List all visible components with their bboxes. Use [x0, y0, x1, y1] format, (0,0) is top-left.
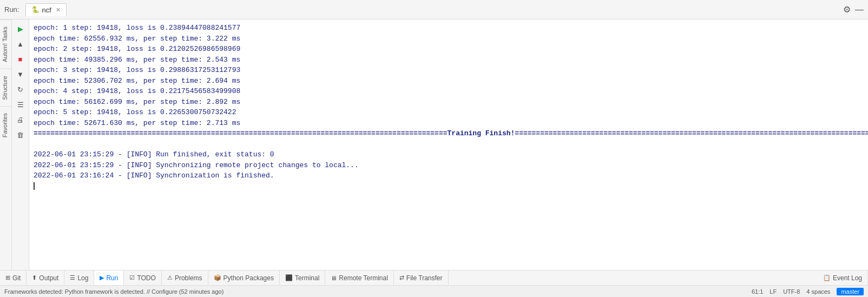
- problems-icon: ⚠: [167, 274, 173, 281]
- tab-name: ncf: [42, 6, 51, 14]
- status-left: Frameworks detected: Python framework is…: [4, 288, 752, 295]
- console-separator: ========================================…: [34, 128, 864, 139]
- tab-log[interactable]: ☰ Log: [64, 270, 94, 285]
- console-cursor-line: [34, 181, 864, 192]
- tab-file-transfer-label: File Transfer: [406, 274, 443, 282]
- sidebar-item-structure[interactable]: Structure: [0, 69, 11, 107]
- status-bar: Frameworks detected: Python framework is…: [0, 285, 868, 297]
- tab-python-packages-label: Python Packages: [223, 274, 274, 282]
- left-panel-labels: Autom! Tasks Structure Favorites: [0, 19, 12, 270]
- run-tab[interactable]: 🐍 ncf ✕: [25, 3, 66, 16]
- top-bar-right: ⚙ —: [843, 4, 864, 15]
- cursor: [34, 182, 35, 190]
- tab-terminal-label: Terminal: [295, 274, 319, 282]
- play-button[interactable]: ▶: [15, 23, 27, 35]
- scroll-down-button[interactable]: ▼: [15, 68, 27, 80]
- console-line: epoch: 5 step: 19418, loss is 0.22653007…: [34, 107, 864, 118]
- console-line: epoch time: 56162.699 ms, per step time:…: [34, 97, 864, 108]
- terminal-icon: ⬛: [285, 274, 293, 281]
- tab-todo[interactable]: ☑ TODO: [124, 270, 161, 285]
- top-bar: Run: 🐍 ncf ✕ ⚙ —: [0, 0, 868, 19]
- bottom-bar: ⊞ Git ⬆ Output ☰ Log ▶ Run ☑ TODO ⚠ Prob…: [0, 270, 868, 285]
- tab-output[interactable]: ⬆ Output: [27, 270, 64, 285]
- console-line: epoch time: 49385.296 ms, per step time:…: [34, 55, 864, 65]
- tab-run-label: Run: [106, 274, 118, 282]
- event-log-icon: 📋: [823, 274, 831, 281]
- console-line: epoch: 4 step: 19418, loss is 0.22175456…: [34, 86, 864, 97]
- todo-icon: ☑: [129, 274, 135, 281]
- delete-button[interactable]: 🗑: [15, 129, 27, 141]
- console-area[interactable]: epoch: 1 step: 19418, loss is 0.23894447…: [29, 19, 868, 270]
- sidebar-item-autom-tasks[interactable]: Autom! Tasks: [0, 19, 11, 69]
- tab-remote-terminal[interactable]: 🖥 Remote Terminal: [325, 270, 393, 285]
- scroll-up-button[interactable]: ▲: [15, 38, 27, 50]
- console-info-1: 2022-06-01 23:15:29 - [INFO] Run finishe…: [34, 149, 864, 160]
- print-button[interactable]: 🖨: [15, 114, 27, 126]
- cursor-position: 61:1: [752, 288, 763, 295]
- tab-output-label: Output: [39, 274, 58, 282]
- tab-event-log-label: Event Log: [833, 274, 862, 282]
- output-icon: ⬆: [32, 274, 37, 281]
- indent-info: 4 spaces: [806, 288, 830, 295]
- main-area: Autom! Tasks Structure Favorites ▶ ▲ ■ ▼…: [0, 19, 868, 270]
- console-line: epoch: 3 step: 19418, loss is 0.29886317…: [34, 65, 864, 76]
- tab-git[interactable]: ⊞ Git: [0, 270, 27, 285]
- framework-status: Frameworks detected: Python framework is…: [4, 288, 223, 295]
- console-info-2: 2022-06-01 23:15:29 - [INFO] Synchronizi…: [34, 160, 864, 171]
- tab-event-log[interactable]: 📋 Event Log: [818, 270, 868, 285]
- tab-todo-label: TODO: [137, 274, 155, 282]
- file-transfer-icon: ⇄: [399, 274, 404, 281]
- minimize-button[interactable]: —: [855, 5, 864, 15]
- sidebar-item-favorites[interactable]: Favorites: [0, 106, 11, 144]
- tab-log-label: Log: [77, 274, 88, 282]
- run-label: Run:: [4, 5, 19, 14]
- config-button[interactable]: ☰: [15, 98, 27, 110]
- console-line: epoch time: 52306.702 ms, per step time:…: [34, 76, 864, 87]
- git-icon: ⊞: [5, 274, 10, 281]
- tab-problems[interactable]: ⚠ Problems: [162, 270, 208, 285]
- stop-button[interactable]: ■: [15, 53, 27, 65]
- python-packages-icon: 📦: [214, 274, 221, 281]
- console-line: epoch time: 62556.932 ms, per step time:…: [34, 34, 864, 44]
- tab-problems-label: Problems: [175, 274, 202, 282]
- rerun-button[interactable]: ↻: [15, 83, 27, 95]
- tab-remote-terminal-label: Remote Terminal: [339, 274, 387, 282]
- tab-git-label: Git: [12, 274, 21, 282]
- tab-file-transfer[interactable]: ⇄ File Transfer: [394, 270, 449, 285]
- console-info-3: 2022-06-01 23:16:24 - [INFO] Synchroniza…: [34, 170, 864, 181]
- git-branch[interactable]: master: [837, 288, 864, 295]
- remote-terminal-icon: 🖥: [331, 275, 337, 281]
- line-ending: LF: [770, 288, 777, 295]
- status-right: 61:1 LF UTF-8 4 spaces master: [752, 288, 864, 295]
- console-line: epoch: 2 step: 19418, loss is 0.21202526…: [34, 44, 864, 55]
- run-icon: ▶: [100, 274, 104, 281]
- tab-icon: 🐍: [31, 6, 40, 14]
- encoding: UTF-8: [783, 288, 800, 295]
- console-line: epoch time: 52671.630 ms, per step time:…: [34, 118, 864, 129]
- tab-run[interactable]: ▶ Run: [94, 270, 124, 285]
- tab-terminal[interactable]: ⬛ Terminal: [280, 270, 325, 285]
- settings-button[interactable]: ⚙: [843, 4, 851, 15]
- log-icon: ☰: [70, 274, 75, 281]
- tab-close-btn[interactable]: ✕: [56, 6, 61, 14]
- tab-python-packages[interactable]: 📦 Python Packages: [208, 270, 280, 285]
- console-line: epoch: 1 step: 19418, loss is 0.23894447…: [34, 23, 864, 34]
- run-controls: ▶ ▲ ■ ▼ ↻ ☰ 🖨 🗑: [12, 19, 29, 270]
